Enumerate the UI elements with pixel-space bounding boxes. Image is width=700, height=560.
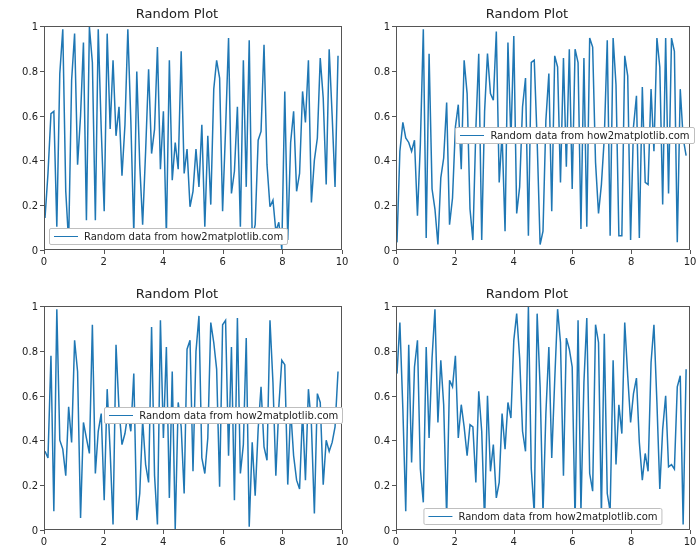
ytick-label: 0.2 xyxy=(374,200,390,211)
legend-label: Random data from how2matplotlib.com xyxy=(84,231,283,242)
ytick-label: 0.8 xyxy=(22,345,38,356)
chart-title: Random Plot xyxy=(6,286,348,301)
xtick-label: 6 xyxy=(220,536,226,547)
ytick-label: 0.4 xyxy=(374,155,390,166)
subplot-2: Random PlotRandom data from how2matplotl… xyxy=(6,284,348,556)
xtick-label: 2 xyxy=(100,536,106,547)
ytick-label: 0.4 xyxy=(22,435,38,446)
xtick-label: 2 xyxy=(100,256,106,267)
data-line xyxy=(397,307,689,529)
legend-swatch-icon xyxy=(109,415,133,416)
xtick-label: 4 xyxy=(160,256,166,267)
ytick-label: 0.6 xyxy=(22,390,38,401)
axes: Random data from how2matplotlib.com xyxy=(396,26,690,250)
ytick-label: 0 xyxy=(384,245,390,256)
xtick-label: 8 xyxy=(628,256,634,267)
xtick-label: 8 xyxy=(279,536,285,547)
axes: Random data from how2matplotlib.com xyxy=(44,26,342,250)
xtick-label: 4 xyxy=(160,536,166,547)
legend: Random data from how2matplotlib.com xyxy=(104,407,343,424)
legend: Random data from how2matplotlib.com xyxy=(49,228,288,245)
ytick-label: 1 xyxy=(32,301,38,312)
ytick-label: 0.2 xyxy=(22,200,38,211)
ytick-label: 0.6 xyxy=(374,110,390,121)
legend-label: Random data from how2matplotlib.com xyxy=(490,130,689,141)
axes: Random data from how2matplotlib.com xyxy=(44,306,342,530)
ytick-label: 0.4 xyxy=(22,155,38,166)
xtick-label: 10 xyxy=(336,256,349,267)
xtick-label: 0 xyxy=(41,536,47,547)
xtick-label: 8 xyxy=(628,536,634,547)
xtick-label: 6 xyxy=(569,536,575,547)
legend-label: Random data from how2matplotlib.com xyxy=(458,511,657,522)
xtick-label: 4 xyxy=(510,256,516,267)
ytick-label: 0.2 xyxy=(374,480,390,491)
xtick-label: 10 xyxy=(684,536,697,547)
ytick-label: 0.4 xyxy=(374,435,390,446)
xtick-label: 6 xyxy=(569,256,575,267)
xtick-label: 8 xyxy=(279,256,285,267)
xtick-label: 0 xyxy=(393,536,399,547)
subplot-1: Random PlotRandom data from how2matplotl… xyxy=(358,4,696,276)
xtick-label: 10 xyxy=(336,536,349,547)
xtick-label: 0 xyxy=(393,256,399,267)
ytick-label: 0.8 xyxy=(374,345,390,356)
xtick-label: 2 xyxy=(452,256,458,267)
xtick-label: 0 xyxy=(41,256,47,267)
legend-swatch-icon xyxy=(460,135,484,136)
xtick-label: 10 xyxy=(684,256,697,267)
ytick-label: 0 xyxy=(32,525,38,536)
xtick-label: 4 xyxy=(510,536,516,547)
subplot-0: Random PlotRandom data from how2matplotl… xyxy=(6,4,348,276)
ytick-label: 1 xyxy=(384,21,390,32)
ytick-label: 0.8 xyxy=(22,65,38,76)
xtick-label: 6 xyxy=(220,256,226,267)
legend-swatch-icon xyxy=(54,236,78,237)
chart-title: Random Plot xyxy=(6,6,348,21)
chart-title: Random Plot xyxy=(358,6,696,21)
ytick-label: 1 xyxy=(32,21,38,32)
ytick-label: 0 xyxy=(32,245,38,256)
legend: Random data from how2matplotlib.com xyxy=(423,508,662,525)
legend-label: Random data from how2matplotlib.com xyxy=(139,410,338,421)
chart-title: Random Plot xyxy=(358,286,696,301)
subplot-3: Random PlotRandom data from how2matplotl… xyxy=(358,284,696,556)
legend-swatch-icon xyxy=(428,516,452,517)
legend: Random data from how2matplotlib.com xyxy=(455,127,694,144)
ytick-label: 0.6 xyxy=(374,390,390,401)
xtick-label: 2 xyxy=(452,536,458,547)
axes: Random data from how2matplotlib.com xyxy=(396,306,690,530)
ytick-label: 0.6 xyxy=(22,110,38,121)
ytick-label: 0.8 xyxy=(374,65,390,76)
ytick-label: 0 xyxy=(384,525,390,536)
ytick-label: 1 xyxy=(384,301,390,312)
data-line xyxy=(45,27,341,249)
ytick-label: 0.2 xyxy=(22,480,38,491)
